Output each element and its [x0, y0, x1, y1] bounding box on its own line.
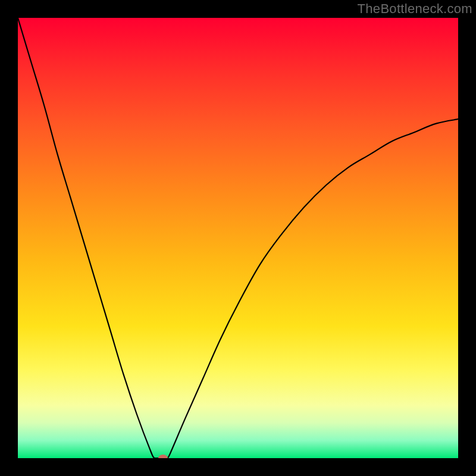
chart-frame: TheBottleneck.com	[0, 0, 476, 476]
plot-area	[18, 18, 458, 458]
minimum-point-marker	[158, 455, 168, 458]
attribution-text: TheBottleneck.com	[358, 1, 472, 17]
bottleneck-curve	[18, 18, 458, 458]
